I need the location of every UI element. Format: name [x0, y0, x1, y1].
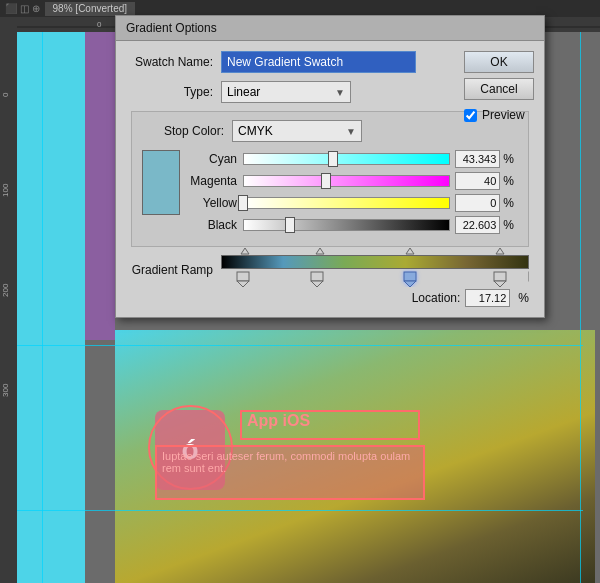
gradient-ramp-label: Gradient Ramp	[131, 263, 221, 277]
magenta-value[interactable]: 40	[455, 172, 500, 190]
location-percent: %	[518, 291, 529, 305]
tab-label: 98% [Converted]	[53, 3, 128, 14]
stop-marker-2	[311, 272, 323, 287]
svg-rect-16	[404, 272, 416, 281]
stop-color-select[interactable]: CMYK ▼	[232, 120, 362, 142]
yellow-label: Yellow	[188, 196, 243, 210]
stop-marker-3	[404, 272, 416, 287]
black-slider-row: Black 22.603 %	[188, 216, 514, 234]
document-tab[interactable]: 98% [Converted]	[45, 2, 136, 16]
stop-color-dropdown-arrow: ▼	[346, 126, 356, 137]
ramp-top-markers	[221, 245, 529, 255]
svg-rect-14	[311, 272, 323, 281]
magenta-slider-bg	[243, 175, 450, 187]
gradient-ramp-row: Gradient Ramp	[131, 255, 529, 285]
dialog-buttons: OK Cancel Preview	[464, 51, 534, 122]
stop-marker-4	[494, 272, 506, 287]
dialog-body: OK Cancel Preview Swatch Name: Type: Lin…	[116, 41, 544, 317]
gradient-ramp-bar[interactable]	[221, 255, 529, 285]
location-value[interactable]: 17.12	[465, 289, 510, 307]
magenta-slider-row: Magenta 40 %	[188, 172, 514, 190]
guide-horizontal-1	[17, 345, 583, 346]
dialog-title: Gradient Options	[126, 21, 217, 35]
ramp-gradient-bar	[221, 255, 529, 269]
dialog-titlebar: Gradient Options	[116, 16, 544, 41]
yellow-value[interactable]: 0	[455, 194, 500, 212]
yellow-percent: %	[503, 196, 514, 210]
cyan-label: Cyan	[188, 152, 243, 166]
svg-marker-15	[311, 281, 323, 287]
yellow-slider-track[interactable]	[243, 197, 450, 209]
svg-text:200: 200	[1, 283, 10, 297]
type-value: Linear	[227, 85, 260, 99]
svg-rect-12	[237, 272, 249, 281]
yellow-slider-thumb[interactable]	[238, 195, 248, 211]
guide-horizontal-2	[17, 510, 583, 511]
yellow-slider-row: Yellow 0 %	[188, 194, 514, 212]
color-preview-swatch[interactable]	[142, 150, 180, 215]
app-subtitle-text: Iuptae seri auteser ferum, commodi molup…	[157, 447, 423, 477]
black-slider-track[interactable]	[243, 219, 450, 231]
stop-color-label: Stop Color:	[142, 124, 232, 138]
app-title-box: App iOS	[240, 410, 420, 440]
type-dropdown-arrow: ▼	[335, 87, 345, 98]
stop-color-row: Stop Color: CMYK ▼	[142, 120, 518, 142]
black-label: Black	[188, 218, 243, 232]
black-slider-thumb[interactable]	[285, 217, 295, 233]
type-select[interactable]: Linear ▼	[221, 81, 351, 103]
ok-button[interactable]: OK	[464, 51, 534, 73]
stop-color-section: Stop Color: CMYK ▼ Cyan	[131, 111, 529, 247]
ramp-bottom-markers	[221, 269, 529, 287]
preview-checkbox[interactable]	[464, 109, 477, 122]
svg-marker-17	[404, 281, 416, 287]
svg-marker-19	[494, 281, 506, 287]
cyan-slider-row: Cyan 43.343 %	[188, 150, 514, 168]
cyan-value[interactable]: 43.343	[455, 150, 500, 168]
cancel-button[interactable]: Cancel	[464, 78, 534, 100]
svg-text:100: 100	[1, 183, 10, 197]
location-label: Location:	[412, 291, 461, 305]
gradient-ramp-section: Gradient Ramp	[131, 255, 529, 307]
preview-label: Preview	[482, 108, 525, 122]
svg-rect-7	[0, 17, 17, 583]
guide-vertical-2	[580, 17, 581, 583]
black-value[interactable]: 22.603	[455, 216, 500, 234]
black-percent: %	[503, 218, 514, 232]
stop-color-value: CMYK	[238, 124, 273, 138]
yellow-slider-bg	[243, 197, 450, 209]
app-subtitle-box: Iuptae seri auteser ferum, commodi molup…	[155, 445, 425, 500]
cyan-slider-track[interactable]	[243, 153, 450, 165]
preview-row: Preview	[464, 108, 534, 122]
color-sliders-area: Cyan 43.343 % Magenta	[142, 150, 518, 238]
diamond-marker-3	[406, 248, 414, 254]
cyan-slider-bg	[243, 153, 450, 165]
diamond-marker-1	[241, 248, 249, 254]
app-title-text: App iOS	[242, 410, 315, 431]
svg-rect-18	[494, 272, 506, 281]
cyan-slider-thumb[interactable]	[328, 151, 338, 167]
swatch-name-label: Swatch Name:	[131, 55, 221, 69]
svg-text:300: 300	[1, 383, 10, 397]
gradient-options-dialog: Gradient Options OK Cancel Preview Swatc…	[115, 15, 545, 318]
ruler-left: 0 100 200 300	[0, 17, 17, 583]
cyan-percent: %	[503, 152, 514, 166]
diamond-marker-4	[496, 248, 504, 254]
magenta-slider-track[interactable]	[243, 175, 450, 187]
magenta-percent: %	[503, 174, 514, 188]
magenta-label: Magenta	[188, 174, 243, 188]
sliders-container: Cyan 43.343 % Magenta	[188, 150, 514, 238]
svg-text:0: 0	[1, 92, 10, 97]
diamond-marker-2	[316, 248, 324, 254]
svg-marker-13	[237, 281, 249, 287]
svg-text:0: 0	[97, 20, 102, 29]
type-label: Type:	[131, 85, 221, 99]
location-row: Location: 17.12 %	[131, 289, 529, 307]
guide-vertical-1	[42, 17, 43, 583]
magenta-slider-thumb[interactable]	[321, 173, 331, 189]
purple-strip	[85, 0, 115, 340]
swatch-name-input[interactable]	[221, 51, 416, 73]
stop-marker-1	[237, 272, 249, 287]
toolbar-icons: ⬛ ◫ ⊕	[5, 3, 40, 14]
black-slider-bg	[243, 219, 450, 231]
